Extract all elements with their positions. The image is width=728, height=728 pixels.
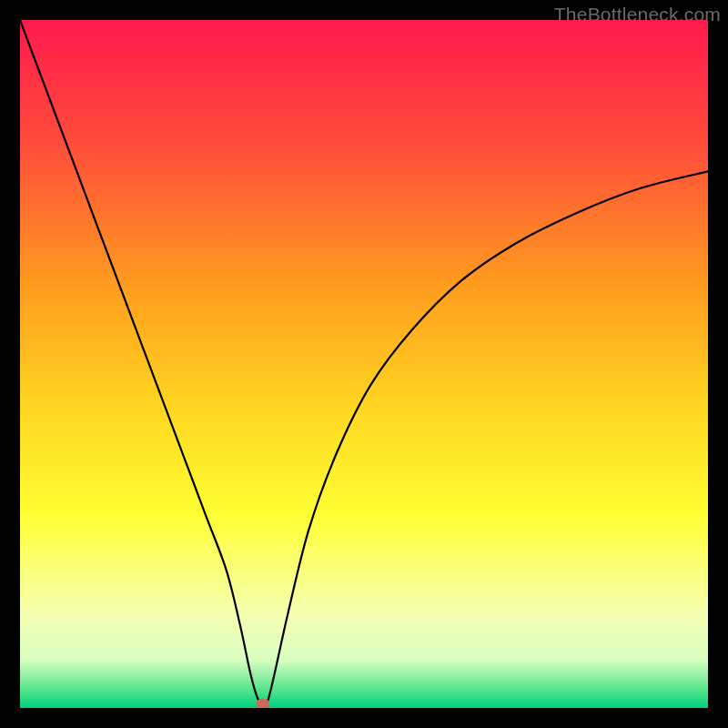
gradient-background bbox=[20, 20, 708, 708]
plot-area bbox=[20, 20, 708, 708]
chart-svg bbox=[20, 20, 708, 708]
chart-frame: TheBottleneck.com bbox=[0, 0, 728, 728]
